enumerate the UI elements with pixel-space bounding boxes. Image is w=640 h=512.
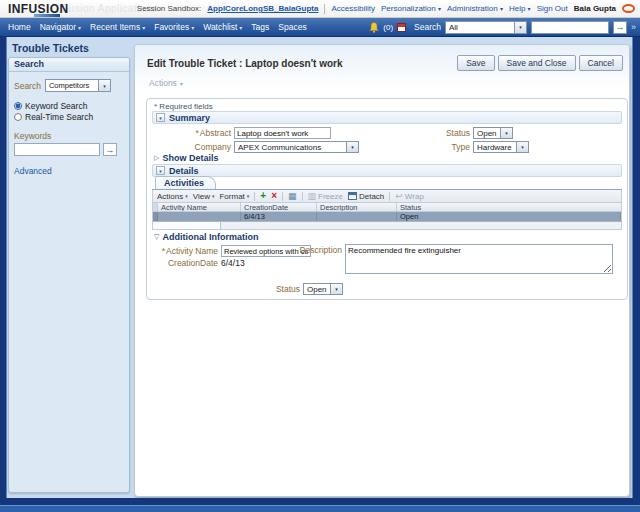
type-select[interactable]: Hardware ▾ [473,141,529,153]
sidebar-search-scope-select[interactable]: Competitors ▾ [45,79,111,92]
calendar-icon[interactable] [397,23,406,32]
chevron-down-icon[interactable]: ▾ [330,284,342,294]
save-button[interactable]: Save [457,55,494,71]
scrollbar-thumb[interactable] [153,222,221,229]
session-sandbox-link[interactable]: ApplCoreLongSB_BalaGupta [207,4,318,13]
chevron-down-icon[interactable]: ▾ [500,128,512,138]
chevron-down-icon: ▾ [239,24,242,31]
column-header-creation-date[interactable]: CreationDate [241,203,317,211]
delete-row-icon[interactable]: × [271,191,277,201]
table-horizontal-scrollbar[interactable] [152,221,622,230]
additional-status-label: Status [147,284,300,294]
nav-recent-items[interactable]: Recent Items▾ [90,22,145,32]
type-label: Type [417,142,470,152]
collapse-icon[interactable]: ▾ [156,166,165,175]
company-label: Company [147,142,231,152]
realtime-search-radio[interactable]: Real-Time Search [14,112,124,122]
chevron-down-icon: ▾ [78,24,81,31]
chevron-down-icon[interactable]: ▾ [516,142,528,152]
cell-status[interactable]: Open [397,212,621,221]
description-textarea[interactable]: Recommended fire extinguisher [345,244,613,274]
chevron-down-icon: ▾ [185,193,188,199]
query-by-example-icon[interactable]: ▦ [288,192,297,201]
chevron-down-icon[interactable]: ▾ [98,80,110,91]
oracle-logo-icon [622,4,635,13]
notifications-bell-icon[interactable] [369,22,379,33]
abstract-label: *Abstract [147,128,231,138]
column-header-activity-name[interactable]: Activity Name [158,203,241,211]
company-select[interactable]: APEX Communications ▾ [234,141,359,153]
nav-favorites[interactable]: Favorites▾ [154,22,194,32]
details-section-header: ▾ Details [152,164,622,177]
table-format-menu[interactable]: Format▾ [219,192,249,201]
administration-menu[interactable]: Administration ▾ [447,4,503,13]
activity-name-label: *Activity Name [147,246,218,256]
global-search-go-button[interactable]: → [613,21,627,34]
nav-tags[interactable]: Tags [251,22,269,32]
wrap-icon: ↩ [395,192,403,201]
additional-information-disclosure[interactable]: ▽ Additional Information [154,232,258,242]
required-fields-note: * Required fields [154,102,213,111]
global-search-input[interactable] [531,21,609,34]
activities-table-header: Activity Name CreationDate Description S… [152,203,622,212]
nav-home[interactable]: Home [8,22,31,32]
window-frame-left [0,37,7,512]
global-search-scope-select[interactable]: All ▾ [445,21,527,34]
nav-navigator[interactable]: Navigator▾ [40,22,81,32]
edit-trouble-ticket-panel: Edit Trouble Ticket : Laptop doesn't wor… [134,44,630,497]
column-header-description[interactable]: Description [317,203,397,211]
tab-activities[interactable]: Activities [155,176,216,189]
cell-description[interactable] [317,212,397,221]
chevron-down-icon[interactable]: ▾ [514,22,526,33]
chevron-down-icon: ▾ [180,80,183,87]
keywords-input[interactable] [14,143,100,156]
status-select[interactable]: Open ▾ [473,127,513,139]
sign-out-link[interactable]: Sign Out [537,4,568,13]
advanced-search-link[interactable]: Advanced [14,166,124,176]
current-user-label: Bala Gupta [574,4,616,13]
global-header: Fusion Applications INFUSION Session San… [0,0,640,18]
personalization-menu[interactable]: Personalization ▾ [381,4,441,13]
column-header-status[interactable]: Status [397,203,621,211]
chevron-down-icon[interactable]: ▾ [346,142,358,152]
save-and-close-button[interactable]: Save and Close [498,55,576,71]
table-actions-menu[interactable]: Actions▾ [157,192,188,201]
disclosure-expanded-icon: ▽ [154,233,159,241]
freeze-icon: ▥ [308,192,317,201]
toolbar-separator [302,192,303,201]
table-view-menu[interactable]: View▾ [193,192,215,201]
application-window: Fusion Applications INFUSION Session San… [0,0,640,512]
collapse-icon[interactable]: ▾ [156,113,165,122]
additional-status-select[interactable]: Open ▾ [303,283,343,295]
cell-creation-date[interactable]: 6/4/13 [241,212,317,221]
required-marker: * [196,128,199,138]
main-panel-header [135,45,629,97]
abstract-input[interactable] [234,127,331,139]
add-row-icon[interactable]: + [260,191,266,201]
accessibility-link[interactable]: Accessibility [331,4,375,13]
chevron-down-icon: ▾ [528,6,531,12]
session-sandbox-label: Session Sandbox: [137,4,202,13]
cell-activity-name[interactable] [158,212,241,221]
keyword-search-radio[interactable]: Keyword Search [14,101,124,111]
nav-watchlist[interactable]: Watchlist▾ [203,22,242,32]
table-row-selected[interactable]: 6/4/13 Open [152,212,622,221]
divider [324,4,325,14]
toolbar-separator [282,192,283,201]
chevron-down-icon: ▾ [142,24,145,31]
required-marker: * [162,246,165,256]
page-actions-menu[interactable]: Actions ▾ [149,78,183,88]
detach-button[interactable]: Detach [348,192,384,201]
detach-icon [348,192,357,200]
window-frame-right [632,37,640,512]
cancel-button[interactable]: Cancel [579,55,623,71]
nav-spaces[interactable]: Spaces [278,22,306,32]
keywords-label: Keywords [14,131,51,141]
description-label: Description [267,245,342,255]
summary-section-header: ▾ Summary [152,111,622,124]
status-label: Status [417,128,470,138]
keywords-go-button[interactable]: → [103,143,117,156]
show-details-disclosure[interactable]: ▷ Show Details [154,153,218,163]
help-menu[interactable]: Help ▾ [509,4,531,13]
saved-search-icon[interactable]: » [631,22,636,32]
